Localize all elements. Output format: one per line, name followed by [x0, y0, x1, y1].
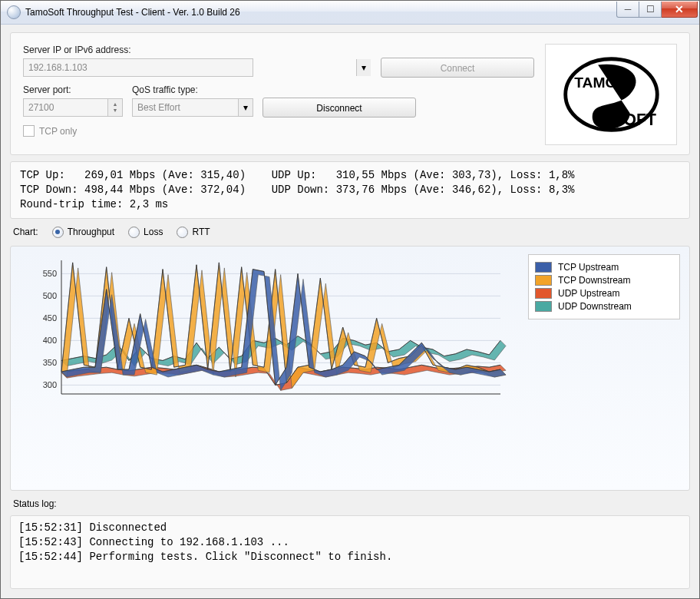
window-title: TamoSoft Throughput Test - Client - Ver.… [25, 7, 616, 18]
server-ip-input[interactable] [23, 58, 253, 77]
qos-select[interactable] [132, 98, 253, 117]
svg-text:SOFT: SOFT [612, 111, 656, 128]
chart-label: Chart: [13, 227, 38, 237]
svg-text:TAMO: TAMO [574, 74, 616, 91]
stats-panel: TCP Up: 269,01 Mbps (Ave: 315,40) UDP Up… [10, 161, 690, 219]
close-button[interactable]: ✕ [662, 2, 698, 18]
radio-throughput[interactable]: Throughput [52, 227, 114, 238]
status-log[interactable]: [15:52:31] Disconnected [15:52:43] Conne… [10, 515, 690, 589]
app-window: TamoSoft Throughput Test - Client - Ver.… [0, 0, 700, 599]
checkbox-icon [23, 125, 35, 137]
svg-text:550: 550 [43, 269, 57, 278]
connect-button[interactable]: Connect [381, 58, 534, 78]
server-port-label: Server port: [23, 84, 123, 95]
window-buttons: ─ ☐ ✕ [616, 2, 698, 17]
throughput-chart: 300350400450500550 [20, 254, 517, 408]
chevron-down-icon[interactable]: ▾ [356, 59, 371, 76]
chart-legend: TCP Upstream TCP Downstream UDP Upstream… [528, 254, 680, 319]
minimize-button[interactable]: ─ [616, 2, 639, 18]
legend-udp-down: UDP Downstream [535, 301, 673, 312]
logo-icon: TAMO SOFT [560, 54, 663, 135]
titlebar[interactable]: TamoSoft Throughput Test - Client - Ver.… [1, 1, 699, 25]
server-ip-label: Server IP or IPv6 address: [23, 45, 371, 55]
chart-panel: 300350400450500550 TCP Upstream TCP Down… [10, 246, 690, 491]
tcp-only-checkbox[interactable]: TCP only [23, 125, 534, 137]
qos-label: QoS traffic type: [132, 84, 253, 95]
svg-text:400: 400 [43, 336, 57, 345]
status-log-label: Status log: [10, 497, 690, 509]
svg-text:450: 450 [43, 313, 57, 323]
chart-selector-row: Chart: Throughput Loss RTT [10, 225, 690, 240]
svg-text:350: 350 [43, 358, 57, 367]
svg-text:500: 500 [43, 291, 57, 300]
content-area: Server IP or IPv6 address: ▾ Connect Ser… [1, 25, 699, 598]
disconnect-button[interactable]: Disconnect [262, 98, 416, 117]
maximize-button[interactable]: ☐ [639, 2, 662, 18]
connection-panel: Server IP or IPv6 address: ▾ Connect Ser… [10, 32, 690, 155]
tamosoft-logo: TAMO SOFT [545, 44, 677, 145]
tcp-only-label: TCP only [39, 126, 77, 137]
svg-text:300: 300 [43, 380, 57, 389]
radio-loss[interactable]: Loss [128, 227, 163, 238]
port-spinner[interactable]: ▲▼ [107, 99, 122, 116]
app-icon [7, 5, 21, 19]
legend-tcp-up: TCP Upstream [535, 262, 673, 273]
chevron-down-icon[interactable]: ▾ [238, 99, 253, 116]
legend-tcp-down: TCP Downstream [535, 275, 673, 286]
radio-rtt[interactable]: RTT [177, 227, 210, 238]
legend-udp-up: UDP Upstream [535, 288, 673, 299]
